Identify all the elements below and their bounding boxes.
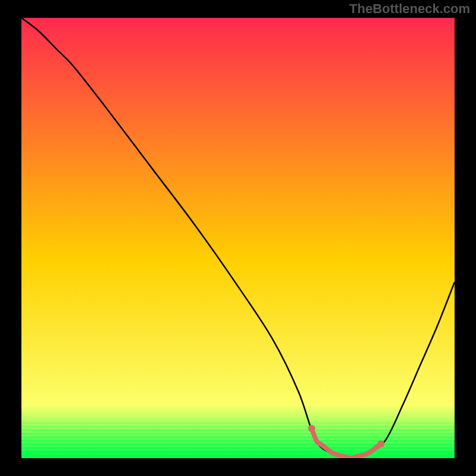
chart-frame: TheBottleneck.com [0, 0, 476, 476]
green-band [21, 430, 455, 431]
green-band [21, 440, 455, 441]
green-band [21, 426, 455, 427]
highlight-end-dot [377, 440, 384, 447]
green-band [21, 455, 455, 456]
green-band [21, 437, 455, 438]
highlight-start-dot [308, 425, 315, 432]
green-band [21, 444, 455, 445]
gradient-background [21, 18, 455, 458]
green-band [21, 422, 455, 424]
bottleneck-chart [0, 0, 476, 476]
green-band [21, 451, 455, 452]
green-band [21, 447, 455, 449]
watermark-text: TheBottleneck.com [349, 1, 470, 17]
